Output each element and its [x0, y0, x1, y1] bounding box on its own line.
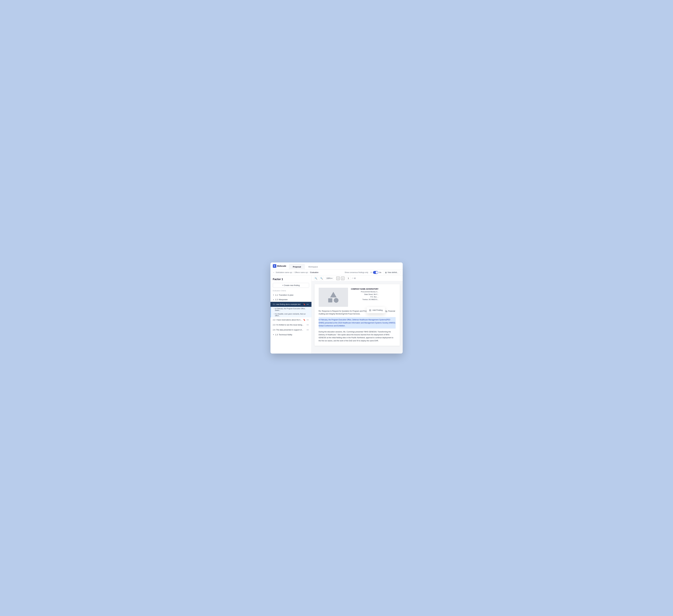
- page-input[interactable]: [346, 277, 351, 280]
- finding-actions-2-1: 🔖 •••: [303, 303, 309, 306]
- right-panel: 🔍 🔍 100% ▾ ↑ ↓ / 60: [311, 275, 403, 353]
- zoom-in-icon: 🔍: [320, 277, 323, 280]
- pdf-content: COMPANY NAME ADVERSITORY Procurement Bur…: [311, 281, 403, 353]
- criteria-label-1-2: 1.2: Manpower: [275, 298, 288, 301]
- dots-menu-2-2[interactable]: •••: [306, 319, 309, 321]
- zoom-chevron-icon: ▾: [331, 277, 332, 279]
- pdf-toolbar: 🔍 🔍 100% ▾ ↑ ↓ / 60: [311, 275, 403, 281]
- finding-item-2-4[interactable]: 2.4: The data presented in support of...…: [270, 327, 311, 332]
- shape-triangle: [330, 292, 336, 297]
- criteria-section-1-2: ▲ 1.2: Manpower 2.1: new finding demo ex…: [270, 297, 311, 332]
- criteria-header-1-2[interactable]: ▲ 1.2: Manpower: [270, 297, 311, 302]
- page-up-button[interactable]: ↑: [336, 277, 340, 280]
- findings-list-1-2: 2.1: new finding demo example text 🔖 •••…: [270, 302, 311, 332]
- add-finding-icon: ▤: [369, 309, 371, 312]
- sub-bullet-1: It is feasible, even given restraints, t…: [271, 312, 311, 317]
- logo-icon: B: [273, 264, 276, 268]
- bookmark-icon-2-2[interactable]: 🔖: [303, 319, 305, 321]
- criteria-section-1-3: ▼ 1.3: Technical Ability: [270, 332, 311, 337]
- finding-actions-2-4: •••: [306, 329, 309, 331]
- main-content: Factor 1 + Create new finding Evaluation…: [270, 275, 403, 353]
- highlighted-paragraph: In February, the Program Executive Offic…: [319, 317, 396, 328]
- doc-header: COMPANY NAME ADVERSITORY Procurement Bur…: [319, 288, 396, 307]
- chevron-1-1: ▼: [273, 294, 274, 296]
- finding-item-2-3[interactable]: 2.3: I'm thrilled to see this issue bein…: [270, 322, 311, 327]
- page-total: 60: [354, 277, 356, 279]
- view-def-icon: ▤: [385, 271, 387, 274]
- logo-area: B Bidscale: [273, 264, 286, 268]
- breadcrumb-right: Show consensus findings only Off On ▤ Vi…: [345, 271, 400, 274]
- criteria-header-1-1[interactable]: ▼ 1.1: Transition In-plan: [270, 293, 311, 297]
- add-finding-popup[interactable]: ▤ Add Finding: [367, 307, 385, 313]
- doc-header-text: COMPANY NAME ADVERSITORY Procurement Bur…: [351, 288, 379, 307]
- back-button[interactable]: ←: [273, 271, 275, 274]
- company-name: COMPANY NAME ADVERSITORY: [351, 288, 379, 291]
- zoom-select[interactable]: 100% ▾: [325, 277, 334, 280]
- address-line2: State Street, 9th F...: [351, 293, 379, 296]
- add-finding-label: Add Finding: [373, 309, 383, 311]
- sub-bullet-0: In February, the Program Executive Offic…: [271, 307, 311, 312]
- breadcrumb: ← Solicitation name xyz / Offeror name x…: [273, 271, 318, 274]
- page-down-button[interactable]: ↓: [341, 277, 345, 280]
- breadcrumb-current: Evaluation: [310, 271, 318, 274]
- finding-text-2-2: 2.2: I have reservations about the time.…: [273, 319, 303, 321]
- zoom-in-button[interactable]: 🔍: [319, 276, 323, 280]
- tab-workspace[interactable]: Workspace: [305, 264, 321, 270]
- dots-menu-2-1[interactable]: •••: [306, 303, 309, 306]
- address-line1: Procurement Bureau 3...: [351, 291, 379, 293]
- consensus-label: Show consensus findings only: [345, 271, 368, 274]
- finding-text-2-3: 2.3: I'm thrilled to see this issue bein…: [273, 324, 306, 326]
- criteria-section-1-1: ▼ 1.1: Transition In-plan: [270, 293, 311, 297]
- tab-workspace-label: Workspace: [308, 266, 318, 268]
- criteria-label-1-1: 1.1: Transition In-plan: [275, 294, 293, 296]
- left-panel: Factor 1 + Create new finding Evaluation…: [270, 275, 311, 353]
- zoom-level-label: 100%: [326, 277, 331, 279]
- doc-image-placeholder: [319, 288, 348, 307]
- finding-item-2-1[interactable]: 2.1: new finding demo example text 🔖 •••: [270, 302, 311, 307]
- toggle-off-label: Off: [370, 272, 372, 273]
- address-line4: Trenton, NJ 08625-0...: [351, 298, 379, 301]
- chevron-1-2: ▲: [273, 299, 274, 300]
- bookmark-icon-2-1[interactable]: 🔖: [303, 303, 305, 305]
- zoom-out-icon: 🔍: [315, 277, 317, 280]
- create-new-finding-button[interactable]: + Create new finding: [273, 283, 309, 288]
- tab-proposal[interactable]: Proposal: [289, 264, 305, 270]
- app-window: B Bidscale Proposal Workspace ← Solicita…: [270, 263, 403, 353]
- tab-group: Proposal Workspace: [289, 263, 321, 269]
- breadcrumb-bar: ← Solicitation name xyz / Offeror name x…: [270, 270, 403, 275]
- shape-square: [328, 298, 332, 302]
- toggle-track[interactable]: [373, 271, 378, 274]
- toggle-group: Off On: [370, 271, 381, 274]
- finding-text-2-1: 2.1: new finding demo example text: [273, 303, 303, 305]
- view-definition-button[interactable]: ▤ View definiti...: [383, 271, 400, 274]
- zoom-out-button[interactable]: 🔍: [314, 276, 318, 280]
- dots-menu-2-3[interactable]: •••: [306, 324, 309, 326]
- toggle-on-label: On: [379, 272, 381, 273]
- chevron-1-3: ▼: [273, 334, 274, 335]
- finding-actions-2-3: •••: [306, 324, 309, 326]
- toggle-thumb: [376, 271, 378, 274]
- placeholder-shapes: [328, 292, 339, 303]
- view-def-label: View definiti...: [388, 271, 398, 274]
- finding-item-2-2[interactable]: 2.2: I have reservations about the time.…: [270, 317, 311, 322]
- dots-menu-2-4[interactable]: •••: [306, 329, 309, 331]
- breadcrumb-solicitation[interactable]: Solicitation name xyz: [276, 271, 292, 274]
- panel-title: Factor 1: [270, 278, 311, 283]
- body-paragraph: During the education sessions, Ms. Cummi…: [319, 330, 396, 342]
- breadcrumb-offeror[interactable]: Offeror name xyz: [294, 271, 308, 274]
- finding-text-2-4: 2.4: The data presented in support of...: [273, 329, 306, 331]
- breadcrumb-sep2: /: [309, 271, 309, 274]
- shape-row: [328, 298, 339, 303]
- criteria-label-1-3: 1.3: Technical Ability: [275, 334, 292, 336]
- tab-proposal-label: Proposal: [293, 266, 301, 268]
- shape-circle: [334, 298, 339, 303]
- sub-bullets-2-1: In February, the Program Executive Offic…: [270, 307, 311, 317]
- page-nav: ↑ ↓ / 60: [336, 277, 356, 280]
- address-line3: P.O. Box ...: [351, 296, 379, 298]
- eval-criteria-label: Evaluation Criteria: [270, 290, 311, 293]
- doc-card: COMPANY NAME ADVERSITORY Procurement Bur…: [314, 284, 400, 346]
- page-sep: /: [352, 277, 353, 279]
- logo-text: Bidscale: [277, 265, 286, 267]
- top-bar: B Bidscale Proposal Workspace: [270, 263, 403, 270]
- criteria-header-1-3[interactable]: ▼ 1.3: Technical Ability: [270, 332, 311, 337]
